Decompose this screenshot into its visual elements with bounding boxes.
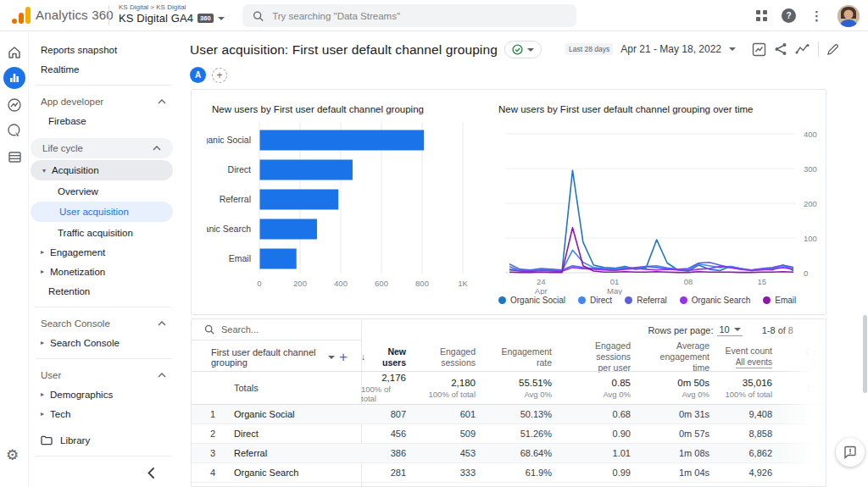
chevron-down-icon[interactable] — [729, 47, 736, 51]
chevron-left-icon — [147, 468, 154, 479]
column-header-engagement-rate[interactable]: Engagement rate — [486, 340, 562, 374]
rows-per-page-label: Rows per page: — [648, 325, 713, 335]
sidebar-item-overview[interactable]: Overview — [29, 181, 178, 201]
account-name: KS Digital GA4 — [119, 12, 193, 25]
table-search-input[interactable] — [221, 324, 331, 335]
table-search[interactable] — [192, 319, 361, 340]
chevron-up-icon — [158, 321, 166, 326]
divider — [108, 5, 109, 25]
admin-gear-icon[interactable]: ⚙ — [6, 446, 19, 464]
explore-icon[interactable] — [3, 94, 25, 116]
sidebar-section-search-console[interactable]: Search Console — [29, 313, 178, 333]
column-header-engaged-sessions-per-user[interactable]: Engaged sessionsper user — [562, 340, 641, 374]
avatar[interactable] — [837, 5, 860, 27]
sidebar-item-monetization[interactable]: ▸ Monetization — [29, 262, 178, 281]
sidebar-item-traffic-acquisition[interactable]: Traffic acquisition — [29, 223, 178, 242]
home-icon[interactable] — [3, 42, 25, 64]
sidebar-item-realtime[interactable]: Realtime — [29, 59, 178, 79]
breadcrumb: KS Digital > KS Digital — [119, 3, 186, 11]
product-name: Analytics 360 — [36, 8, 114, 22]
more-menu-icon[interactable]: ⋮ — [810, 9, 823, 22]
pagination-count: 1-8 of 8 — [762, 325, 793, 335]
svg-text:400: 400 — [804, 130, 817, 139]
explore-compare-icon[interactable] — [795, 43, 810, 55]
comparison-chip-a[interactable]: A — [190, 67, 206, 83]
configure-icon[interactable] — [3, 146, 25, 168]
date-range-picker[interactable]: Apr 21 - May 18, 2022 — [620, 43, 721, 55]
all-events-selector[interactable]: All events — [736, 357, 772, 368]
global-search[interactable] — [242, 4, 576, 27]
data-table-card: Rows per page: 10 1-8 of 8 First user de… — [191, 318, 826, 487]
page-title: User acquisition: First user default cha… — [190, 42, 498, 58]
column-header-engaged-sessions[interactable]: Engaged sessions — [416, 340, 486, 374]
svg-text:Organic Search: Organic Search — [207, 224, 251, 234]
caret-right-icon: ▸ — [41, 339, 44, 346]
svg-text:300: 300 — [804, 164, 817, 174]
legend-item[interactable]: Organic Social — [498, 296, 565, 305]
check-circle-icon — [512, 44, 523, 55]
caret-right-icon: ▸ — [41, 268, 44, 275]
chevron-down-icon — [527, 48, 534, 52]
legend-item[interactable]: Organic Search — [680, 296, 750, 305]
account-switcher[interactable]: KS Digital GA4 360 — [119, 12, 225, 25]
edit-pencil-icon[interactable] — [826, 43, 839, 56]
svg-text:May: May — [607, 286, 622, 295]
search-input[interactable] — [272, 11, 566, 21]
column-header-average-engagement-time[interactable]: Averageengagement time — [641, 340, 720, 374]
sidebar-section-user[interactable]: User — [29, 365, 178, 385]
legend-dot-icon — [625, 296, 632, 304]
svg-text:24: 24 — [537, 277, 546, 286]
reports-icon-active[interactable] — [3, 67, 25, 89]
sidebar-item-acquisition[interactable]: ▾ Acquisition — [31, 160, 173, 180]
sidebar-item-engagement[interactable]: ▸ Engagement — [29, 242, 178, 262]
svg-text:400: 400 — [334, 279, 348, 288]
badge-360: 360 — [198, 14, 214, 24]
column-header-new-users[interactable]: ↓ New users — [361, 340, 416, 374]
sidebar: Reports snapshot Realtime App developer … — [29, 31, 178, 487]
column-header-event-count[interactable]: Event countAll events — [720, 340, 782, 374]
svg-text:15: 15 — [757, 277, 766, 286]
sidebar-item-demographics[interactable]: ▸ Demographics — [29, 385, 178, 404]
search-icon — [204, 324, 214, 335]
bar-chart-title: New users by First user default channel … — [212, 104, 424, 114]
add-comparison-button[interactable]: + — [212, 68, 227, 83]
sort-desc-icon: ↓ — [361, 351, 365, 362]
sidebar-item-user-acquisition[interactable]: User acquisition — [31, 202, 173, 222]
collapse-sidebar-button[interactable] — [29, 462, 178, 487]
insights-icon[interactable] — [752, 42, 766, 57]
table-row: 3Referral38645368.64%1.011m 08s6,862 — [192, 444, 826, 463]
share-icon[interactable] — [774, 42, 787, 56]
sidebar-item-library[interactable]: Library — [29, 430, 178, 450]
svg-text:200: 200 — [293, 279, 307, 288]
page-scrollbar[interactable] — [863, 315, 867, 393]
legend-item[interactable]: Email — [763, 296, 796, 305]
report-main: User acquisition: First user default cha… — [178, 31, 868, 487]
line-chart-title: New users by First user default channel … — [498, 104, 753, 114]
help-icon[interactable]: ? — [782, 8, 796, 23]
avatar-photo — [837, 5, 860, 27]
advertising-icon[interactable] — [3, 119, 25, 141]
dimension-header[interactable]: First user default channel grouping + — [192, 340, 361, 374]
sidebar-item-tech[interactable]: ▸ Tech — [29, 404, 178, 423]
svg-text:Apr: Apr — [535, 286, 548, 295]
chevron-up-icon — [158, 373, 166, 378]
feedback-button[interactable] — [836, 438, 865, 467]
sidebar-item-reports-snapshot[interactable]: Reports snapshot — [29, 40, 178, 59]
totals-label: Totals — [192, 372, 361, 404]
analytics-logo-icon[interactable] — [12, 7, 31, 24]
chevron-up-icon — [153, 146, 161, 151]
sidebar-item-search-console[interactable]: ▸ Search Console — [29, 333, 178, 352]
table-row: 4Organic Search28133361.9%0.991m 04s4,92… — [192, 463, 826, 483]
apps-grid-icon[interactable] — [756, 10, 767, 21]
report-status-pill[interactable] — [504, 41, 542, 58]
rows-per-page-select[interactable]: 10 — [717, 324, 742, 336]
sidebar-section-life-cycle[interactable]: Life cycle — [31, 138, 173, 158]
sidebar-item-retention[interactable]: Retention — [29, 281, 178, 301]
add-dimension-button[interactable]: + — [339, 349, 348, 366]
divider — [36, 358, 171, 359]
legend-item[interactable]: Direct — [578, 296, 612, 305]
sidebar-item-firebase[interactable]: Firebase — [29, 111, 178, 130]
sidebar-section-app-developer[interactable]: App developer — [29, 91, 178, 111]
caret-right-icon: ▸ — [41, 248, 44, 256]
legend-item[interactable]: Referral — [625, 296, 667, 305]
